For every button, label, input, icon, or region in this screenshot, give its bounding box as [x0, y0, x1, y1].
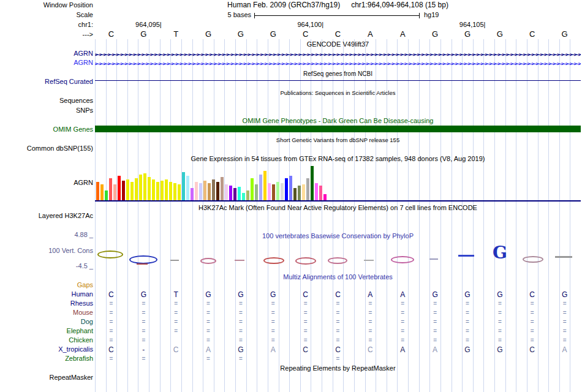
gtex-tissue-bar-8[interactable] [130, 182, 134, 200]
gtex-tissue-bar-3[interactable] [109, 178, 112, 200]
conservation-mark-8 [328, 257, 347, 264]
layered-h3k27ac-label[interactable]: Layered H3K27Ac [39, 212, 93, 220]
gencode-agrn-2-label[interactable]: AGRN [74, 59, 93, 67]
gtex-tissue-bar-6[interactable] [122, 181, 125, 200]
publications-title: Publications: Sequences in Scientific Ar… [95, 89, 581, 97]
species-label-chicken[interactable]: Chicken [69, 336, 93, 344]
alignment-cell-dog-4: = [235, 318, 247, 326]
gtex-tissue-bar-11[interactable] [143, 173, 146, 200]
gtex-tissue-bar-20[interactable] [182, 172, 185, 200]
alignment-cell-rhesus-10: = [429, 300, 441, 308]
multiz-title: Multiz Alignments of 100 Vertebrates [95, 273, 581, 281]
gtex-tissue-bar-14[interactable] [156, 182, 159, 200]
gtex-tissue-bar-16[interactable] [165, 179, 168, 200]
species-label-gaps[interactable]: Gaps [77, 281, 93, 289]
gtex-tissue-bar-31[interactable] [229, 186, 232, 200]
gtex-tissue-bar-24[interactable] [199, 183, 202, 200]
sequence-base-11: G [458, 30, 477, 39]
gtex-tissue-bar-33[interactable] [238, 187, 241, 200]
snps-label[interactable]: SNPs [76, 107, 93, 115]
alignment-cell-dog-3: = [202, 318, 214, 326]
alignment-cell-mouse-13: = [526, 309, 539, 317]
agrn-transcript-1[interactable]: >>>>>>>>>>>>>>>>>>>>>>>>>>>>>>>>>>>>>>>>… [95, 51, 581, 59]
species-label-human[interactable]: Human [72, 290, 93, 298]
omim-genes-label[interactable]: OMIM Genes [53, 126, 93, 134]
gtex-tissue-bar-22[interactable] [191, 188, 194, 200]
cons-max-value: 4.88 _ [74, 231, 93, 239]
omim-gene-bar[interactable] [95, 126, 581, 132]
gtex-tissue-bar-26[interactable] [208, 183, 211, 200]
genome-assembly-title: Human Feb. 2009 (GRCh37/hg19) [227, 1, 340, 9]
gtex-tissue-bar-5[interactable] [118, 176, 121, 200]
sequences-label[interactable]: Sequences [59, 97, 93, 105]
gencode-agrn-1-label[interactable]: AGRN [74, 50, 93, 58]
gtex-tissue-bar-41[interactable] [272, 184, 275, 200]
gtex-tissue-bar-10[interactable] [139, 175, 142, 200]
gtex-tissue-bar-19[interactable] [178, 184, 181, 200]
species-label-dog[interactable]: Dog [81, 318, 93, 326]
gtex-tissue-bar-50[interactable] [311, 166, 314, 200]
agrn-transcript-2[interactable]: >>>>>>>>>>>>>>>>>>>>>>>>>>>>>>>>>>>>>>>>… [95, 60, 581, 68]
conservation-mark-12 [458, 255, 474, 257]
alignment-cell-dog-1: = [137, 318, 149, 326]
gtex-agrn-label[interactable]: AGRN [74, 179, 93, 187]
gtex-tissue-bar-48[interactable] [302, 184, 305, 200]
conservation-mark-4 [200, 258, 216, 264]
alignment-cell-elephant-10: = [429, 327, 441, 336]
gtex-tissue-bar-2[interactable] [105, 190, 108, 200]
gtex-tissue-bar-18[interactable] [173, 183, 176, 200]
gtex-tissue-bar-30[interactable] [225, 184, 228, 200]
gtex-tissue-bar-35[interactable] [246, 190, 249, 200]
species-label-rhesus[interactable]: Rhesus [70, 300, 93, 307]
gtex-tissue-bar-0[interactable] [96, 182, 99, 200]
gtex-tissue-bar-1[interactable] [100, 184, 104, 200]
alignment-cell-elephant-12: = [494, 327, 506, 336]
gtex-tissue-bar-53[interactable] [323, 194, 327, 200]
gtex-tissue-bar-47[interactable] [298, 186, 301, 200]
vert-cons-label[interactable]: 100 Vert. Cons [48, 247, 93, 255]
sequence-base-2: T [167, 30, 185, 39]
repeatmasker-label[interactable]: RepeatMasker [49, 374, 93, 382]
species-label-mouse[interactable]: Mouse [73, 309, 93, 317]
common-dbsnp-label[interactable]: Common dbSNP(155) [27, 145, 93, 153]
gtex-tissue-bar-25[interactable] [203, 181, 206, 200]
conservation-mark-14 [523, 256, 543, 263]
alignment-cell-mouse-11: = [461, 309, 474, 317]
gtex-tissue-bar-44[interactable] [285, 178, 288, 200]
gtex-tissue-bar-34[interactable] [242, 193, 245, 200]
gtex-tissue-bar-51[interactable] [315, 183, 318, 200]
gtex-tissue-bar-32[interactable] [233, 188, 236, 200]
refseq-curated-track[interactable] [95, 80, 581, 81]
gtex-tissue-bar-15[interactable] [161, 181, 164, 200]
gtex-tissue-bar-23[interactable] [195, 182, 198, 200]
gtex-tissue-bar-45[interactable] [289, 176, 292, 200]
gtex-tissue-bar-46[interactable] [293, 188, 297, 200]
gtex-tissue-bar-17[interactable] [169, 182, 172, 200]
species-label-zebrafish[interactable]: Zebrafish [65, 355, 93, 363]
species-label-x_tropicalis[interactable]: X_tropicalis [58, 345, 93, 353]
species-label-elephant[interactable]: Elephant [67, 327, 93, 335]
gtex-tissue-bar-39[interactable] [263, 171, 266, 200]
gtex-tissue-bar-36[interactable] [251, 178, 254, 200]
gtex-tissue-bar-4[interactable] [113, 184, 116, 200]
gtex-tissue-bar-9[interactable] [135, 178, 138, 200]
gtex-tissue-bar-42[interactable] [276, 182, 279, 200]
gtex-tissue-bar-28[interactable] [216, 182, 219, 200]
gtex-tissue-bar-43[interactable] [281, 183, 284, 200]
gtex-tissue-bar-27[interactable] [212, 179, 215, 200]
refseq-curated-label[interactable]: RefSeq Curated [45, 78, 93, 86]
gtex-tissue-bar-40[interactable] [268, 183, 271, 200]
gtex-tissue-bar-29[interactable] [221, 177, 224, 200]
alignment-cell-mouse-3: = [202, 309, 214, 317]
gtex-tissue-bar-49[interactable] [306, 178, 309, 200]
gtex-tissue-bar-52[interactable] [319, 186, 322, 200]
gtex-tissue-bar-12[interactable] [148, 177, 151, 200]
gtex-tissue-bar-21[interactable] [186, 176, 189, 200]
sequence-base-14: G [556, 30, 574, 39]
gtex-tissue-bar-13[interactable] [152, 179, 155, 200]
gtex-tissue-bar-7[interactable] [126, 179, 129, 200]
alignment-cell-mouse-4: = [235, 309, 247, 317]
gtex-tissue-bar-38[interactable] [259, 175, 262, 200]
conservation-mark-7 [295, 257, 316, 265]
gtex-tissue-bar-37[interactable] [255, 184, 258, 200]
